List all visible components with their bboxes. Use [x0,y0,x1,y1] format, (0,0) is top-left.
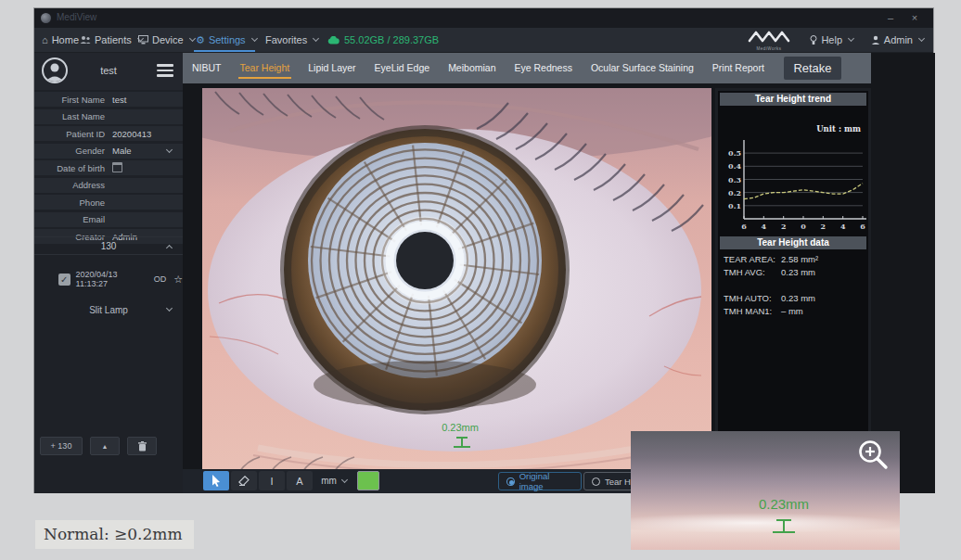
tab-print-report[interactable]: Print Report [703,53,774,83]
tab-nibut[interactable]: NIBUT [183,53,231,83]
collapse-button[interactable]: ▲ [90,437,120,455]
tab-ocular-surface-staining[interactable]: Ocular Surface Staining [582,53,703,83]
original-image-radio[interactable]: Original image [498,472,582,490]
app-icon [41,13,51,23]
brand-logo: MediWorks [742,30,796,51]
record-checkbox[interactable]: ✓ [58,274,70,286]
field-gender: GenderMale [34,144,183,159]
eraser-tool-button[interactable] [231,471,257,490]
field-first-name: First Nametest [34,92,183,107]
trash-icon [138,441,147,452]
sidebar-header: test [34,53,183,90]
chevron-down-icon [251,35,258,42]
mediworks-logo-icon [748,31,790,43]
inset-measurement-label: 0.23mm [733,496,835,512]
minimize-button[interactable]: – [883,11,898,24]
chart-unit-label: Unit : mm [816,124,861,134]
svg-text:6: 6 [741,222,747,231]
exam-tabs: NIBUT Tear Height Lipid Layer EyeLid Edg… [183,53,871,83]
eye-image-canvas[interactable]: 0.23mm [202,88,711,473]
storage-indicator: 55.02GB / 289.37GB [327,28,439,52]
menu-device[interactable]: Device [138,28,195,52]
patient-fields: First Nametest Last Name Patient ID20200… [34,92,183,247]
svg-text:4: 4 [840,222,846,231]
field-patient-id: Patient ID20200413 [34,126,183,141]
tab-eye-redness[interactable]: Eye Redness [505,53,581,83]
line-tool-button[interactable]: I [259,471,285,490]
app-window: MediView – × ⌂ Home Patients Device ⚙ Se… [33,7,934,493]
title-bar: MediView – × [34,8,933,28]
tmh-auto-row: TMH AUTO:0.23 mm [724,293,815,303]
hamburger-menu-icon[interactable] [157,64,173,80]
normal-range-caption: Normal: ≥0.2mm [35,520,194,549]
tab-lipid-layer[interactable]: Lipid Layer [299,53,365,83]
radio-selected-icon [506,477,515,486]
tab-tear-height[interactable]: Tear Height [231,53,300,83]
chevron-down-icon [313,35,319,42]
unit-dropdown[interactable]: mm [313,471,355,490]
field-address: Address [34,178,183,193]
tmh-avg-row: TMH AVG:0.23 mm [724,267,815,277]
svg-text:2: 2 [781,222,787,231]
delete-button[interactable] [127,437,157,455]
main-area: NIBUT Tear Height Lipid Layer EyeLid Edg… [183,53,935,493]
inset-measurement-marker [756,519,812,533]
home-icon: ⌂ [42,34,48,45]
cursor-tool-button[interactable] [203,471,229,490]
close-button[interactable]: × [907,11,922,24]
lightbulb-icon [810,35,817,45]
patient-id-input[interactable]: 20200413 [112,129,183,139]
menu-help[interactable]: Help [810,28,853,52]
svg-text:0.2: 0.2 [728,188,741,197]
menu-settings[interactable]: ⚙ Settings [196,28,257,52]
settings-active-underline [194,50,255,52]
magnified-inset-image: 0.23mm [631,431,900,550]
tmh-measurement-label: 0.23mm [418,422,502,433]
menu-favorites[interactable]: Favorites [265,28,318,52]
measurement-marker [434,437,490,448]
patient-sidebar: test First Nametest Last Name Patient ID… [34,53,183,493]
field-date-of-birth: Date of birth [34,160,183,175]
retake-button[interactable]: Retake [784,57,841,80]
device-icon [138,35,148,45]
record-eye-side: OD [154,274,167,284]
data-panel-title: Tear Height data [720,236,866,249]
chevron-down-icon [848,35,854,42]
menu-bar: ⌂ Home Patients Device ⚙ Settings Favori… [34,28,933,53]
text-tool-button[interactable]: A [287,471,313,490]
exam-record-item[interactable]: ✓ 2020/04/13 11:13:27 OD ☆ [34,270,183,288]
star-icon[interactable]: ☆ [173,274,183,286]
svg-text:2: 2 [821,222,826,231]
menu-home[interactable]: ⌂ Home [42,28,79,52]
exam-group-header[interactable]: 130 [34,236,183,255]
radio-unselected-icon [592,477,600,486]
settings-gear-icon: ⚙ [196,34,205,46]
gender-select[interactable]: Male [112,146,183,156]
calendar-icon[interactable] [112,162,122,172]
exam-records: 130 ✓ 2020/04/13 11:13:27 OD ☆ Slit Lamp [34,236,183,320]
svg-text:0.4: 0.4 [728,161,741,171]
add-exam-button[interactable]: + 130 [40,437,83,455]
field-last-name: Last Name [34,109,183,124]
menu-patients[interactable]: Patients [80,28,143,52]
record-timestamp: 2020/04/13 11:13:27 [76,270,149,288]
chevron-down-icon [189,35,196,42]
zoom-in-icon[interactable] [857,439,891,472]
menu-user[interactable]: Admin [871,28,924,52]
tab-meibomian[interactable]: Meibomian [439,53,505,83]
svg-text:0.1: 0.1 [728,201,741,210]
window-title: MediView [57,12,96,22]
svg-text:4: 4 [762,222,767,231]
tab-eyelid-edge[interactable]: EyeLid Edge [365,53,440,83]
device-filter-select[interactable]: Slit Lamp [34,301,183,320]
dob-input[interactable] [112,162,183,174]
cursor-arrow-icon [211,475,221,487]
first-name-input[interactable]: test [112,95,183,105]
eraser-icon [238,476,250,486]
field-email: Email [34,212,183,227]
tmh-man1-row: TMH MAN1:– mm [724,306,803,316]
field-phone: Phone [34,195,183,210]
sidebar-actions: + 130 ▲ [40,437,157,455]
patients-icon [80,35,91,45]
color-swatch-button[interactable] [357,471,379,490]
